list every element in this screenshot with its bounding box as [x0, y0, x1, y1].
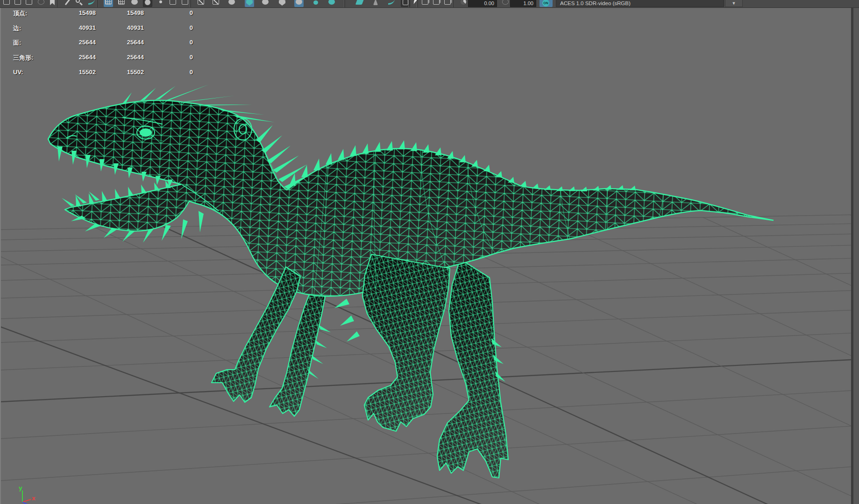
snap-projected-center-icon[interactable]	[143, 0, 152, 7]
perspective-viewport[interactable]: y x z	[0, 7, 859, 504]
lighting-bulb-icon[interactable]	[311, 0, 320, 7]
axis-gizmo: y x z	[19, 485, 35, 504]
y-axis-label: y	[19, 485, 22, 491]
hud-label: 边:	[13, 24, 21, 33]
eye	[140, 128, 152, 137]
snap-to-view-plane-icon[interactable]	[156, 0, 165, 7]
file-open-icon[interactable]	[13, 0, 22, 7]
hud-label: UV:	[13, 69, 23, 76]
hud-value: 0	[146, 39, 193, 46]
make-live-icon[interactable]	[168, 0, 177, 7]
toolbar-separator	[344, 0, 345, 7]
construction-history-shield-icon[interactable]	[245, 0, 254, 7]
pie-chart-icon[interactable]	[459, 0, 468, 7]
pick-hook-icon[interactable]	[87, 0, 96, 7]
hud-row: 面:25644256440	[0, 39, 201, 46]
paste-icon[interactable]	[432, 0, 441, 7]
settings-gear-icon[interactable]	[36, 0, 46, 7]
sculpt-hand-icon[interactable]	[355, 0, 364, 7]
bookmark-icon[interactable]	[48, 0, 57, 7]
dinosaur-wireframe-model	[48, 84, 773, 478]
hud-value: 15502	[99, 69, 144, 76]
search-magnifier-icon[interactable]	[75, 0, 84, 7]
hud-value: 0	[146, 24, 193, 31]
hud-label: 顶点:	[13, 9, 27, 18]
hud-label: 面:	[13, 39, 21, 47]
toolbar-separator	[408, 0, 410, 7]
scale-value-field[interactable]: 1.00	[510, 0, 536, 7]
hud-row: 顶点:15498154980	[0, 9, 201, 17]
hud-value: 0	[146, 54, 193, 61]
copy-icon[interactable]	[420, 0, 430, 7]
panel-edge-strip	[853, 7, 859, 504]
color-space-dropdown[interactable]: ACES 1.0 SDR-video (sRGB)	[556, 0, 724, 7]
hud-value: 0	[146, 9, 193, 16]
file-save-icon[interactable]	[24, 0, 34, 7]
hud-value: 15498	[28, 9, 96, 16]
snap-to-point-icon[interactable]	[130, 0, 139, 7]
duplicate-icon[interactable]	[443, 0, 452, 7]
hud-value: 40931	[28, 24, 96, 31]
hud-value: 25644	[99, 54, 144, 61]
hud-value: 25644	[28, 39, 96, 46]
select-cursor-icon[interactable]	[411, 0, 420, 7]
color-management-on-toggle[interactable]: ON	[540, 0, 553, 7]
snap-to-curve-icon[interactable]	[117, 0, 126, 7]
construction-cube-blue-icon[interactable]	[211, 0, 220, 7]
render-sphere-icon[interactable]	[227, 0, 236, 7]
viewport-left-border	[0, 7, 1, 504]
construction-cube-icon[interactable]	[196, 0, 206, 7]
hud-value: 0	[146, 69, 193, 76]
status-line-toolbar: 0.00 1.00 ON ACES 1.0 SDR-video (sRGB) ▼	[0, 0, 859, 8]
x-axis-label: x	[32, 495, 35, 502]
pencil-edit-icon[interactable]	[63, 0, 72, 7]
hud-row: 三角形:25644256440	[0, 54, 201, 61]
hud-value: 25644	[99, 39, 144, 46]
toolbar-separator	[190, 0, 191, 7]
snap-value-field[interactable]: 0.00	[468, 0, 497, 7]
hud-value: 15502	[28, 69, 96, 76]
toolbar-separator	[56, 0, 57, 7]
toolbar-separator	[452, 0, 454, 7]
on-toggle-icon: ON	[542, 0, 549, 7]
chevron-down-icon[interactable]: ▼	[725, 0, 743, 7]
rotate-snap-icon[interactable]	[501, 0, 510, 7]
hud-value: 25644	[28, 54, 96, 61]
cube-shield-icon[interactable]	[277, 0, 287, 7]
shaded-sphere-icon[interactable]	[327, 0, 336, 7]
viewport-scene: y x z	[0, 7, 859, 504]
textured-display-sphere-icon[interactable]	[294, 0, 304, 7]
hud-value: 15498	[99, 9, 144, 16]
soft-select-cone-icon[interactable]	[371, 0, 380, 7]
hud-row: UV:15502155020	[0, 69, 201, 76]
checker-sphere-icon[interactable]	[261, 0, 270, 7]
input-connections-icon[interactable]	[180, 0, 190, 7]
toolbar-separator	[417, 0, 418, 7]
toolbar-separator	[96, 0, 98, 7]
curve-snap-icon[interactable]	[387, 0, 396, 7]
snap-to-grid-icon[interactable]	[104, 0, 113, 7]
hud-value: 40931	[99, 24, 144, 31]
hud-row: 边:40931409310	[0, 24, 201, 32]
file-new-icon[interactable]	[2, 0, 11, 7]
